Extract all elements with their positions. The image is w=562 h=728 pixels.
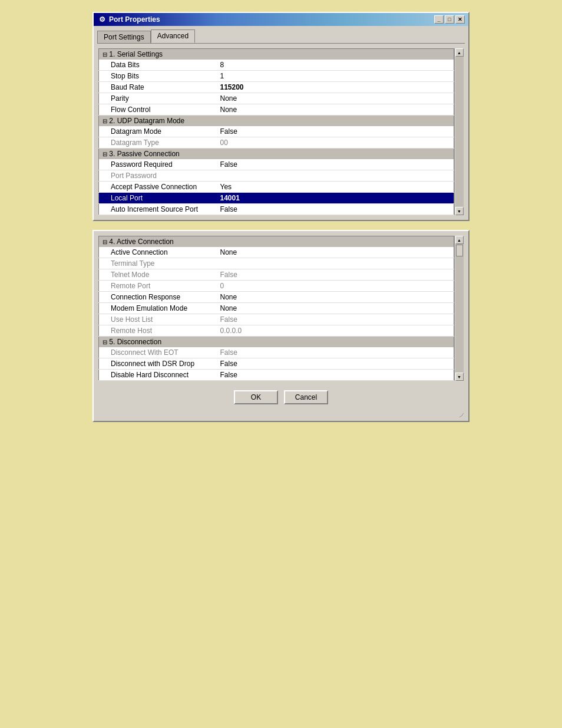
prop-value-modem-emulation: None	[217, 303, 454, 314]
title-bar-left: ⚙ Port Properties	[97, 15, 160, 24]
prop-value-datagram-type: 00	[217, 137, 454, 149]
row-local-port[interactable]: Local Port 14001	[99, 193, 454, 204]
bottom-scrollbar: ▲ ▼	[454, 236, 464, 381]
row-disconnect-dsr[interactable]: Disconnect with DSR Drop False	[99, 358, 454, 370]
prop-value-password-required: False	[217, 159, 454, 170]
prop-name-auto-increment: Auto Increment Source Port	[99, 204, 217, 215]
bottom-dialog: ⊟ 4. Active Connection Active Connection…	[92, 230, 470, 422]
prop-value-stop-bits: 1	[217, 71, 454, 82]
prop-name-local-port: Local Port	[99, 193, 217, 204]
port-properties-dialog: ⚙ Port Properties _ □ ✕ Port Settings Ad…	[92, 12, 470, 221]
prop-name-data-bits: Data Bits	[99, 60, 217, 71]
section-disconnection: ⊟ 5. Disconnection	[99, 337, 454, 348]
close-button[interactable]: ✕	[455, 15, 465, 24]
row-auto-increment[interactable]: Auto Increment Source Port False	[99, 204, 454, 215]
section-toggle-3: ⊟	[103, 151, 107, 157]
maximize-button[interactable]: □	[445, 15, 454, 24]
prop-name-disable-hard-disconnect: Disable Hard Disconnect	[99, 370, 217, 381]
prop-name-disconnect-eot: Disconnect With EOT	[99, 347, 217, 358]
scroll-down-button[interactable]: ▼	[455, 207, 464, 215]
title-bar: ⚙ Port Properties _ □ ✕	[94, 13, 468, 26]
top-property-table: ⊟ 1. Serial Settings Data Bits 8 Stop Bi…	[98, 48, 454, 215]
row-terminal-type: Terminal Type	[99, 258, 454, 269]
bottom-property-table: ⊟ 4. Active Connection Active Connection…	[98, 236, 454, 381]
row-modem-emulation[interactable]: Modem Emulation Mode None	[99, 303, 454, 314]
row-remote-port: Remote Port 0	[99, 281, 454, 292]
prop-name-flow-control: Flow Control	[99, 104, 217, 116]
prop-value-accept-passive: Yes	[217, 182, 454, 193]
prop-name-datagram-mode: Datagram Mode	[99, 126, 217, 137]
prop-value-telnet-mode: False	[217, 269, 454, 281]
bottom-content-area: ⊟ 4. Active Connection Active Connection…	[94, 231, 468, 386]
section-udp-datagram: ⊟ 2. UDP Datagram Mode	[99, 116, 454, 127]
bottom-table-wrapper: ⊟ 4. Active Connection Active Connection…	[98, 236, 464, 381]
prop-value-data-bits: 8	[217, 60, 454, 71]
prop-name-password-required: Password Required	[99, 159, 217, 170]
dialog-wrapper: ⚙ Port Properties _ □ ✕ Port Settings Ad…	[92, 12, 470, 422]
row-remote-host: Remote Host 0.0.0.0	[99, 325, 454, 337]
prop-value-parity: None	[217, 93, 454, 104]
prop-name-port-password: Port Password	[99, 170, 217, 182]
row-baud-rate[interactable]: Baud Rate 115200	[99, 82, 454, 93]
row-disconnect-eot: Disconnect With EOT False	[99, 347, 454, 358]
section-active-connection: ⊟ 4. Active Connection	[99, 236, 454, 248]
dialog-buttons: OK Cancel	[94, 386, 468, 409]
prop-value-baud-rate: 115200	[217, 82, 454, 93]
scroll-up-button[interactable]: ▲	[455, 48, 464, 57]
row-flow-control[interactable]: Flow Control None	[99, 104, 454, 116]
minimize-button[interactable]: _	[434, 15, 444, 24]
bottom-scroll-track[interactable]	[455, 244, 464, 373]
ok-button[interactable]: OK	[234, 390, 278, 404]
prop-value-connection-response: None	[217, 292, 454, 303]
row-accept-passive-connection[interactable]: Accept Passive Connection Yes	[99, 182, 454, 193]
tab-advanced[interactable]: Advanced	[151, 29, 195, 43]
prop-name-datagram-type: Datagram Type	[99, 137, 217, 149]
section-toggle-2: ⊟	[103, 118, 107, 124]
prop-name-telnet-mode: Telnet Mode	[99, 269, 217, 281]
prop-value-local-port: 14001	[217, 193, 454, 204]
row-password-required[interactable]: Password Required False	[99, 159, 454, 170]
prop-value-active-connection: None	[217, 247, 454, 258]
section-toggle-5: ⊟	[103, 339, 107, 345]
bottom-scroll-up-button[interactable]: ▲	[455, 236, 464, 244]
prop-name-remote-port: Remote Port	[99, 281, 217, 292]
prop-value-use-host-list: False	[217, 314, 454, 325]
section-serial-settings: ⊟ 1. Serial Settings	[99, 49, 454, 60]
tabs-area: Port Settings Advanced	[94, 26, 468, 43]
prop-value-disconnect-dsr: False	[217, 358, 454, 370]
resize-handle[interactable]: ⟋	[94, 409, 468, 421]
prop-value-datagram-mode: False	[217, 126, 454, 137]
cancel-button[interactable]: Cancel	[284, 390, 328, 404]
prop-name-disconnect-dsr: Disconnect with DSR Drop	[99, 358, 217, 370]
top-table-wrapper: ⊟ 1. Serial Settings Data Bits 8 Stop Bi…	[98, 48, 464, 215]
window-icon: ⚙	[97, 15, 107, 24]
row-connection-response[interactable]: Connection Response None	[99, 292, 454, 303]
scroll-track[interactable]	[455, 57, 464, 207]
title-controls: _ □ ✕	[434, 15, 465, 24]
window-title: Port Properties	[109, 15, 160, 24]
row-use-host-list: Use Host List False	[99, 314, 454, 325]
tab-port-settings[interactable]: Port Settings	[97, 31, 151, 43]
row-disable-hard-disconnect[interactable]: Disable Hard Disconnect False	[99, 370, 454, 381]
top-scrollbar: ▲ ▼	[454, 48, 464, 215]
prop-name-use-host-list: Use Host List	[99, 314, 217, 325]
bottom-scroll-down-button[interactable]: ▼	[455, 373, 464, 381]
prop-name-parity: Parity	[99, 93, 217, 104]
row-telnet-mode: Telnet Mode False	[99, 269, 454, 281]
section-toggle-4: ⊟	[103, 239, 107, 245]
top-content-area: ⊟ 1. Serial Settings Data Bits 8 Stop Bi…	[94, 44, 468, 220]
prop-value-auto-increment: False	[217, 204, 454, 215]
prop-name-active-connection: Active Connection	[99, 247, 217, 258]
prop-value-port-password	[217, 170, 454, 182]
row-datagram-type: Datagram Type 00	[99, 137, 454, 149]
prop-name-baud-rate: Baud Rate	[99, 82, 217, 93]
prop-value-disable-hard-disconnect: False	[217, 370, 454, 381]
row-datagram-mode[interactable]: Datagram Mode False	[99, 126, 454, 137]
section-toggle-1: ⊟	[103, 51, 107, 58]
prop-name-terminal-type: Terminal Type	[99, 258, 217, 269]
row-data-bits[interactable]: Data Bits 8	[99, 60, 454, 71]
row-stop-bits[interactable]: Stop Bits 1	[99, 71, 454, 82]
section-passive-connection: ⊟ 3. Passive Connection	[99, 149, 454, 160]
row-active-connection[interactable]: Active Connection None	[99, 247, 454, 258]
row-parity[interactable]: Parity None	[99, 93, 454, 104]
